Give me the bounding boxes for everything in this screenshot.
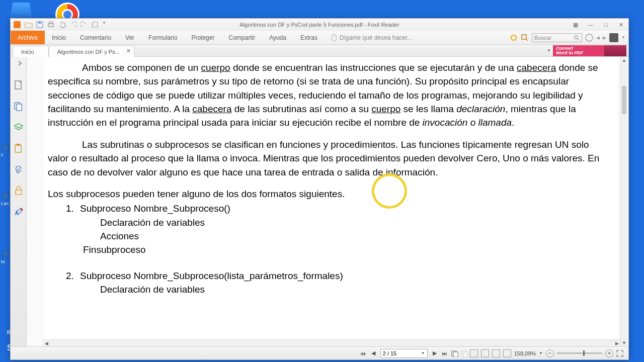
- svg-rect-12: [15, 145, 21, 152]
- window-title: Algoritmos con DF y PsCod parte 5 Funcio…: [239, 22, 399, 28]
- scroll-left-icon[interactable]: ◀: [43, 340, 50, 346]
- search-input[interactable]: Buscar: [532, 33, 582, 42]
- zoom-dropdown-icon[interactable]: ▼: [539, 351, 543, 355]
- previous-view-button[interactable]: [450, 349, 460, 358]
- tab-archivo[interactable]: Archivo: [11, 31, 45, 44]
- zoom-slider[interactable]: [557, 352, 602, 354]
- tab-comentario[interactable]: Comentario: [73, 31, 118, 44]
- svg-line-6: [526, 39, 528, 41]
- tab-extras[interactable]: Extras: [293, 31, 325, 44]
- body-area: Ambos se componen de un cuerpo donde se …: [11, 57, 628, 346]
- desktop-icon-trunc-2[interactable]: [2, 192, 9, 199]
- app-icon: [14, 21, 21, 28]
- search-icon: [574, 35, 580, 41]
- doctab-algoritmos[interactable]: Algoritmos con DF y Ps... ✕: [49, 46, 134, 57]
- vertical-scrollbar[interactable]: ▲ ▼: [620, 57, 627, 346]
- page-indicator[interactable]: 2 / 15 ▼: [380, 349, 428, 358]
- svg-rect-1: [38, 22, 41, 24]
- nav-prev-icon[interactable]: ◀: [596, 35, 600, 40]
- doctab-close-icon[interactable]: ✕: [126, 48, 131, 54]
- expand-sidebar-icon[interactable]: [18, 59, 23, 64]
- tellme[interactable]: Dígame qué desea hacer...: [325, 31, 510, 44]
- user-dropdown-icon[interactable]: ▼: [621, 35, 625, 40]
- status-bar: ⏮ ◀ 2 / 15 ▼ ▶ ⏭ 158,09% ▼ − +: [11, 346, 628, 359]
- close-button[interactable]: ✕: [613, 19, 628, 31]
- desktop-icon-trunc-3[interactable]: [2, 250, 9, 257]
- scroll-right-icon[interactable]: ▶: [613, 340, 620, 346]
- minimize-button[interactable]: —: [583, 19, 598, 31]
- doctab-inicio[interactable]: Inicio: [13, 46, 49, 57]
- zoom-value: 158,09%: [514, 350, 536, 356]
- layers-icon[interactable]: [14, 122, 24, 132]
- tab-compartir[interactable]: Compartir: [221, 31, 262, 44]
- find-icon[interactable]: [521, 34, 529, 42]
- qat-dropdown-icon[interactable]: ▼: [102, 21, 106, 29]
- fullscreen-icon[interactable]: [616, 350, 623, 357]
- prev-page-button[interactable]: ◀: [368, 349, 378, 358]
- user-icon[interactable]: [609, 33, 618, 42]
- bookmarks-icon[interactable]: [14, 101, 24, 111]
- svg-rect-11: [17, 104, 22, 111]
- undo-icon[interactable]: [58, 21, 66, 29]
- tab-formulario[interactable]: Formulario: [141, 31, 184, 44]
- zoom-in-button[interactable]: +: [605, 349, 613, 357]
- doctab-label: Algoritmos con DF y Ps...: [57, 49, 120, 55]
- sidebar: [11, 57, 27, 346]
- tab-ver[interactable]: Ver: [118, 31, 141, 44]
- ribbon-toggle-button[interactable]: ▦: [568, 19, 583, 31]
- svg-rect-5: [522, 35, 526, 39]
- view-continuous-facing-icon[interactable]: [503, 349, 511, 357]
- ribbon: Archivo Inicio Comentario Ver Formulario…: [11, 31, 628, 45]
- desktop-icon-trunc-1[interactable]: [2, 144, 9, 151]
- document-viewport[interactable]: Ambos se componen de un cuerpo donde se …: [27, 57, 628, 346]
- open-icon[interactable]: [25, 21, 33, 29]
- svg-rect-13: [17, 144, 20, 146]
- nav-next-icon[interactable]: ▶: [603, 35, 606, 40]
- view-continuous-icon[interactable]: [481, 349, 489, 357]
- bulb-icon: [332, 34, 337, 41]
- horizontal-scrollbar[interactable]: ◀ ▶: [43, 339, 620, 346]
- save-icon[interactable]: [36, 21, 44, 29]
- scroll-up-icon[interactable]: ▲: [621, 57, 627, 64]
- first-page-button[interactable]: ⏮: [358, 349, 368, 358]
- svg-rect-14: [16, 190, 22, 195]
- gear-icon[interactable]: [585, 34, 593, 42]
- tab-proteger[interactable]: Proteger: [184, 31, 221, 44]
- zoom-out-button[interactable]: −: [546, 349, 554, 357]
- clipboard-icon[interactable]: [14, 143, 24, 153]
- scroll-icon[interactable]: [91, 21, 99, 29]
- svg-point-4: [511, 35, 516, 40]
- view-facing-icon[interactable]: [492, 349, 500, 357]
- page-dropdown-icon[interactable]: ▼: [421, 351, 425, 355]
- signature-icon[interactable]: [14, 207, 24, 217]
- svg-rect-16: [453, 352, 458, 357]
- print-icon[interactable]: [47, 21, 55, 29]
- maximize-button[interactable]: □: [598, 19, 613, 31]
- foxit-window: ▼ Algoritmos con DF y PsCod parte 5 Func…: [10, 18, 629, 360]
- sync-icon[interactable]: [510, 34, 518, 42]
- redo-icon[interactable]: [80, 21, 88, 29]
- next-page-button[interactable]: ▶: [430, 349, 440, 358]
- tab-ayuda[interactable]: Ayuda: [262, 31, 293, 44]
- attachment-icon[interactable]: [14, 164, 24, 174]
- page-thumbnail-icon[interactable]: [14, 80, 24, 90]
- page-indicator-text: 2 / 15: [383, 350, 397, 356]
- svg-rect-18: [463, 352, 468, 357]
- scroll-thumb[interactable]: [622, 86, 626, 114]
- scroll-down-icon[interactable]: ▼: [621, 339, 627, 346]
- last-page-button[interactable]: ⏭: [440, 349, 450, 358]
- view-single-icon[interactable]: [470, 349, 478, 357]
- doctab-label: Inicio: [21, 49, 34, 55]
- search-placeholder: Buscar: [534, 35, 551, 41]
- svg-rect-2: [48, 24, 53, 27]
- page-content: Ambos se componen de un cuerpo donde se …: [44, 57, 617, 346]
- undo2-icon[interactable]: [69, 21, 77, 29]
- ribbon-right-tools: Buscar ◀ ▶ ▼: [510, 31, 628, 44]
- tab-inicio[interactable]: Inicio: [45, 31, 73, 44]
- desktop-label-trunc-2: Lan: [1, 201, 9, 206]
- tabmenu-dropdown-icon[interactable]: ▼: [547, 48, 551, 53]
- security-icon[interactable]: [14, 186, 24, 196]
- zoom-slider-thumb[interactable]: [583, 350, 585, 356]
- tellme-text: Dígame qué desea hacer...: [340, 34, 412, 41]
- convert-promo[interactable]: Convert Word to PDF: [553, 45, 626, 56]
